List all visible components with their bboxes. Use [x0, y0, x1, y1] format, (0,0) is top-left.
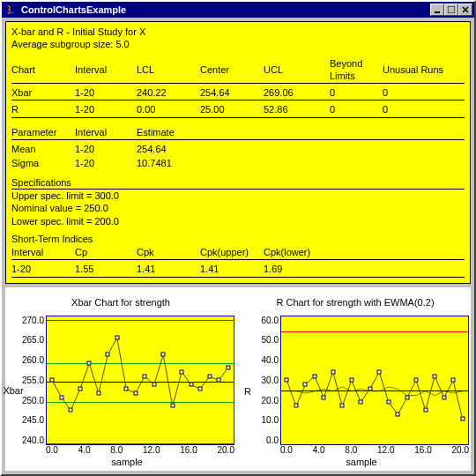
indices-title: Short-Term Indices [11, 233, 465, 245]
close-button[interactable] [458, 4, 472, 16]
charts-table: Chart Interval LCL Center UCL Beyond Lim… [11, 56, 465, 120]
subgroup-size: Average subgroup size: 5.0 [11, 38, 465, 50]
chart-title: Xbar Chart for strength [7, 291, 234, 314]
report-panel: X-bar and R - Initial Study for X Averag… [5, 21, 471, 284]
x-axis-label: sample [19, 457, 234, 467]
java-icon [4, 3, 18, 17]
x-axis-label: sample [254, 457, 469, 467]
table-row: Sigma 1-20 10.7481 [11, 156, 465, 170]
window-buttons [430, 4, 472, 16]
plot-area [280, 316, 469, 445]
plot-area [46, 316, 234, 445]
minimize-button[interactable] [430, 4, 444, 16]
y-axis-label: R [242, 316, 254, 467]
maximize-button[interactable] [444, 4, 458, 16]
table-row: 1-20 1.55 1.41 1.41 1.69 [11, 262, 465, 277]
x-ticks: 0.04.08.012.016.020.0 [19, 445, 234, 455]
indices-table: Interval Cp Cpk Cpk(upper) Cpk(lower) 1-… [11, 245, 465, 279]
th-beyond: Beyond Limits [330, 56, 383, 84]
chart-title: R Chart for strength with EWMA(0.2) [242, 291, 469, 314]
th-lcl: LCL [137, 56, 200, 84]
specs-title: Specifications [11, 176, 465, 189]
y-ticks: 270.0265.0260.0255.0250.0245.0240.0 [19, 316, 46, 445]
indices-section: Short-Term Indices Interval Cp Cpk Cpk(u… [11, 233, 465, 279]
th-param: Parameter [11, 125, 75, 140]
report-heading: X-bar and R - Initial Study for X [11, 26, 465, 38]
th-ucl: UCL [264, 56, 330, 84]
table-row: R 1-20 0.00 25.00 52.86 0 0 [11, 102, 465, 117]
spec-lower: Lower spec. limit = 200.0 [11, 215, 465, 227]
x-ticks: 0.04.08.012.016.020.0 [254, 445, 469, 455]
th-chart: Chart [11, 56, 75, 84]
titlebar[interactable]: ControlChartsExample [2, 2, 474, 18]
svg-rect-0 [435, 11, 440, 13]
window-title: ControlChartsExample [21, 4, 430, 15]
spec-nominal: Nominal value = 250.0 [11, 202, 465, 214]
charts-area: Xbar Chart for strength Xbar 270.0265.02… [5, 287, 471, 471]
spec-upper: Upper spec. limit = 300.0 [11, 190, 465, 202]
y-axis-label: Xbar [7, 316, 19, 467]
th-unusual: Unusual Runs [383, 56, 465, 84]
xbar-chart: Xbar Chart for strength Xbar 270.0265.02… [7, 291, 234, 467]
r-chart: R Chart for strength with EWMA(0.2) R 60… [242, 291, 469, 467]
specs-section: Specifications Upper spec. limit = 300.0… [11, 176, 465, 227]
table-row: Xbar 1-20 240.22 254.64 269.06 0 0 [11, 86, 465, 100]
app-window: ControlChartsExample X-bar and R - Initi… [0, 0, 476, 476]
param-table: Parameter Interval Estimate Mean 1-20 25… [11, 125, 465, 171]
th-center: Center [200, 56, 264, 84]
y-ticks: 60.050.040.030.020.010.00.0 [254, 316, 280, 445]
th-estimate: Estimate [137, 125, 465, 140]
table-row: Mean 1-20 254.64 [11, 142, 465, 156]
th-interval: Interval [75, 56, 137, 84]
content-area: X-bar and R - Initial Study for X Averag… [2, 18, 474, 474]
th-interval2: Interval [75, 125, 137, 140]
svg-rect-1 [448, 6, 455, 13]
